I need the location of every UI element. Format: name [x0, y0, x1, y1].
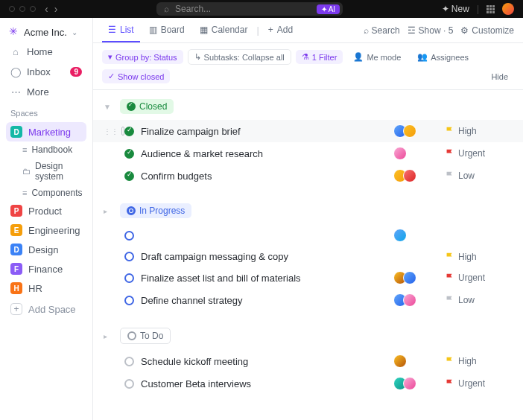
assignee-avatar[interactable]: [403, 271, 416, 284]
status-ring[interactable]: [124, 231, 134, 241]
history-nav[interactable]: ‹›: [45, 3, 57, 15]
apps-icon[interactable]: [486, 5, 495, 13]
collapse-icon[interactable]: ▼: [104, 103, 114, 111]
drag-handle[interactable]: ⋮⋮: [104, 127, 118, 136]
assignee-avatar[interactable]: [393, 147, 407, 160]
tab-board[interactable]: ▥Board: [143, 19, 191, 42]
space-hr[interactable]: HHR: [6, 279, 86, 298]
priority[interactable]: Urgent: [446, 148, 513, 159]
tab-calendar[interactable]: ▦Calendar: [194, 19, 254, 42]
sub-design-system[interactable]: 🗀Design system: [6, 158, 86, 185]
status-ring[interactable]: [124, 149, 134, 159]
search-button[interactable]: ⌕Search: [364, 25, 400, 36]
window-controls[interactable]: [9, 6, 36, 12]
task-row[interactable]: ⋮⋮Finalize campaign briefHigh: [93, 120, 523, 142]
task-row[interactable]: ⋮⋮Schedule kickoff meetingHigh: [93, 350, 523, 372]
priority[interactable]: High: [446, 252, 513, 262]
assignee-avatar[interactable]: [403, 124, 416, 138]
customize-button[interactable]: ⚙Customize: [460, 25, 514, 36]
space-marketing[interactable]: DMarketing: [6, 122, 86, 141]
tab-add[interactable]: +Add: [262, 19, 299, 42]
nav-more[interactable]: ⋯More: [6, 83, 86, 101]
subtasks-chip[interactable]: ↳Subtasks: Collapse all: [188, 49, 291, 65]
space-icon: F: [10, 263, 22, 275]
space-product[interactable]: PProduct: [6, 201, 86, 220]
flag-icon: [446, 149, 454, 158]
space-label: Marketing: [28, 127, 71, 138]
show-button[interactable]: ☲Show · 5: [408, 25, 454, 36]
workspace-logo: [9, 28, 19, 38]
status-ring[interactable]: [124, 252, 134, 261]
group-header-closed[interactable]: ▼Closed: [93, 93, 523, 120]
space-finance[interactable]: FFinance: [6, 259, 86, 279]
task-name[interactable]: Draft campaign messaging & copy: [138, 251, 393, 262]
group-header-in-progress[interactable]: ▸In Progress: [93, 197, 523, 224]
task-row[interactable]: ⋮⋮Define channel strategyLow: [93, 289, 523, 311]
status-ring[interactable]: [124, 296, 134, 305]
assignees: [393, 293, 446, 307]
assignees: [393, 124, 446, 138]
hide-button[interactable]: Hide: [485, 70, 514, 83]
space-label: HR: [28, 283, 42, 294]
assignee-avatar[interactable]: [403, 377, 416, 390]
sub-handbook[interactable]: ≡Handbook: [6, 141, 86, 158]
task-row[interactable]: ⋮⋮Finalize asset list and bill of materi…: [93, 267, 523, 289]
task-name[interactable]: Finalize campaign brief: [138, 126, 393, 137]
nav-inbox[interactable]: ◯Inbox9: [6, 63, 86, 81]
user-avatar[interactable]: [502, 3, 514, 15]
priority[interactable]: High: [446, 356, 513, 366]
priority-label: Urgent: [458, 273, 485, 283]
new-button[interactable]: ✦ New: [442, 4, 469, 14]
status-ring[interactable]: [124, 127, 134, 136]
assignee-avatar[interactable]: [393, 229, 407, 242]
collapse-icon[interactable]: ▸: [104, 332, 114, 340]
task-name[interactable]: Schedule kickoff meeting: [138, 356, 393, 367]
columns-icon: ☲: [408, 25, 416, 36]
collapse-icon[interactable]: ▸: [104, 207, 114, 215]
space-icon: H: [10, 282, 22, 294]
nav-home[interactable]: ⌂Home: [6, 42, 86, 61]
group-header-to-do[interactable]: ▸To Do: [93, 322, 523, 350]
flag-icon: [446, 296, 454, 305]
group-chip[interactable]: ▾Group by: Status: [102, 50, 183, 64]
flag-icon: [446, 171, 454, 180]
task-row[interactable]: ⋮⋮Audience & market researchUrgent: [93, 142, 523, 165]
gear-icon: ⚙: [460, 25, 469, 36]
priority[interactable]: Urgent: [446, 378, 513, 389]
status-ring[interactable]: [124, 273, 134, 283]
filter-chip[interactable]: ⚗1 Filter: [296, 50, 343, 64]
assignee-avatar[interactable]: [403, 293, 416, 307]
show-closed-chip[interactable]: ✓Show closed: [102, 69, 170, 83]
task-name[interactable]: Finalize asset list and bill of material…: [138, 273, 393, 284]
status-ring[interactable]: [124, 379, 134, 389]
task-row[interactable]: ⋮⋮: [93, 224, 523, 246]
chevron-down-icon: ⌄: [72, 28, 77, 36]
assignees-chip[interactable]: 👥Assignees: [411, 50, 475, 64]
status-ring[interactable]: [124, 171, 134, 181]
add-space[interactable]: +Add Space: [6, 299, 86, 319]
tab-list[interactable]: ☰List: [102, 19, 140, 42]
priority-label: High: [458, 356, 477, 366]
task-name[interactable]: Define channel strategy: [138, 295, 393, 306]
task-row[interactable]: ⋮⋮Confirm budgetsLow: [93, 165, 523, 187]
priority[interactable]: High: [446, 126, 513, 136]
me-mode-chip[interactable]: 👤Me mode: [347, 50, 407, 64]
status-ring[interactable]: [124, 357, 134, 366]
ai-badge[interactable]: ✦ AI: [317, 4, 340, 14]
priority[interactable]: Urgent: [446, 273, 513, 283]
priority[interactable]: Low: [446, 295, 513, 305]
space-design[interactable]: DDesign: [6, 240, 86, 259]
task-name[interactable]: Customer Beta interviews: [138, 378, 393, 389]
task-name[interactable]: Audience & market research: [138, 148, 393, 159]
sub-components[interactable]: ≡Components: [6, 185, 86, 201]
assignee-avatar[interactable]: [403, 169, 416, 182]
task-name[interactable]: Confirm budgets: [138, 171, 393, 182]
global-search[interactable]: ⌕ Search... ✦ AI: [156, 2, 343, 16]
task-row[interactable]: ⋮⋮Customer Beta interviewsUrgent: [93, 372, 523, 395]
space-engineering[interactable]: EEngineering: [6, 220, 86, 240]
flag-icon: [446, 379, 454, 388]
priority[interactable]: Low: [446, 171, 513, 181]
workspace-switcher[interactable]: Acme Inc. ⌄: [6, 24, 86, 41]
assignee-avatar[interactable]: [393, 354, 407, 368]
task-row[interactable]: ⋮⋮Draft campaign messaging & copyHigh: [93, 246, 523, 267]
